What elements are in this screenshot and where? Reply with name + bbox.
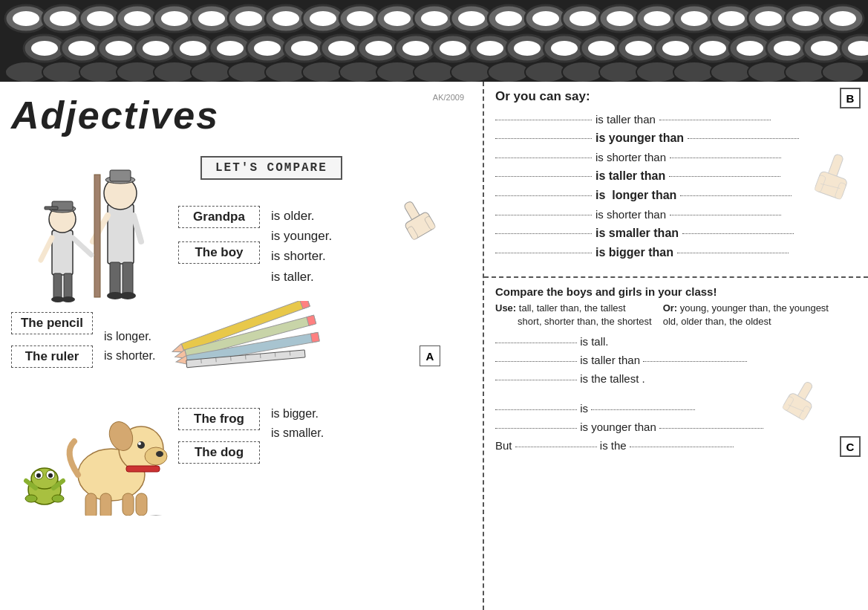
dog-label: The dog	[178, 441, 260, 464]
svg-rect-116	[108, 204, 134, 264]
svg-point-94	[42, 62, 84, 82]
svg-point-93	[5, 62, 47, 82]
svg-point-44	[755, 11, 782, 26]
dots-prefix-8	[495, 252, 592, 253]
svg-point-45	[792, 11, 819, 26]
adj-item-2: is younger.	[271, 226, 332, 246]
svg-point-101	[302, 62, 344, 82]
svg-point-102	[339, 62, 381, 82]
frog-label: The frog	[178, 408, 260, 430]
or-items-2: old, older than, the oldest	[663, 316, 771, 327]
svg-point-32	[310, 11, 336, 26]
svg-point-46	[829, 11, 856, 26]
keyword-1: is taller than	[595, 113, 656, 126]
dots-is-2b	[659, 427, 763, 429]
svg-point-113	[748, 62, 789, 82]
animal-adj-2: is smaller.	[271, 424, 324, 443]
adjective-list: is older. is younger. is shorter. is tal…	[271, 206, 332, 287]
keyword-5: is longer than	[595, 189, 676, 202]
svg-point-173	[138, 442, 141, 445]
subjects-boxes: Grandpa The boy	[178, 206, 260, 264]
compare-line-2: is younger than	[495, 132, 857, 145]
svg-rect-179	[136, 493, 147, 516]
dots-prefix-4	[495, 175, 592, 177]
svg-rect-133	[64, 273, 72, 299]
dots-is-2	[495, 427, 577, 429]
svg-point-165	[25, 495, 37, 502]
dots-is-1b	[591, 409, 695, 410]
svg-point-42	[681, 11, 708, 26]
svg-point-85	[588, 41, 615, 56]
hand-svg-c	[779, 378, 827, 426]
pencil-adj-1: is longer.	[104, 327, 155, 346]
svg-rect-150	[311, 332, 320, 343]
svg-point-29	[198, 11, 225, 26]
watermark: AK/2009	[433, 93, 464, 102]
grandpa-boy-illustration	[11, 145, 167, 308]
or-line-2: old, older than, the oldest	[663, 316, 829, 327]
svg-point-106	[488, 62, 529, 82]
svg-point-98	[191, 62, 232, 82]
svg-point-39	[570, 11, 596, 26]
svg-point-37	[495, 11, 522, 26]
main-content: AK/2009 Adjectives	[0, 82, 868, 610]
section-b: B Or you can say: is taller than is youn…	[484, 82, 868, 278]
tall-text-3: is the tallest .	[580, 372, 645, 385]
svg-point-109	[599, 62, 641, 82]
or-line-1: Or: young, younger than, the youngest	[663, 302, 829, 314]
left-panel: AK/2009 Adjectives	[0, 82, 483, 610]
svg-point-95	[79, 62, 121, 82]
svg-rect-177	[100, 493, 111, 516]
dots-is-1	[495, 409, 577, 410]
svg-point-79	[365, 41, 392, 56]
compare-line-8: is bigger than	[495, 246, 857, 259]
animal-compare-boxes: The frog The dog	[178, 408, 260, 464]
title-area: Adjectives	[11, 93, 471, 137]
svg-point-84	[551, 41, 578, 56]
svg-point-103	[376, 62, 418, 82]
svg-point-163	[36, 473, 41, 478]
svg-point-31	[273, 11, 299, 26]
svg-point-72	[105, 41, 132, 56]
main-title: Adjectives	[11, 93, 219, 137]
section-b-title: Or you can say:	[495, 89, 857, 104]
svg-point-33	[347, 11, 373, 26]
svg-point-40	[607, 11, 633, 26]
is-text-1: is	[580, 402, 591, 415]
use-or-row: Use: tall, taller than, the tallest shor…	[495, 302, 857, 329]
adj-item-3: is shorter.	[271, 246, 332, 266]
dots-suffix-2	[688, 137, 799, 139]
svg-point-172	[137, 441, 145, 449]
pencil-adjectives: is longer. is shorter.	[104, 327, 155, 365]
keyword-8: is bigger than	[595, 246, 673, 259]
svg-point-74	[180, 41, 206, 56]
svg-point-104	[414, 62, 455, 82]
dots-prefix-3	[495, 157, 592, 158]
svg-rect-121	[123, 262, 133, 296]
tall-line-2: is taller than	[495, 354, 857, 366]
svg-point-88	[699, 41, 726, 56]
figures-svg	[11, 145, 167, 308]
svg-point-43	[718, 11, 745, 26]
svg-point-99	[228, 62, 270, 82]
b-label: B	[840, 88, 861, 108]
use-label: Use:	[495, 302, 516, 314]
boy-label: The boy	[178, 241, 260, 264]
pencil-illustration	[170, 301, 333, 386]
pencil-label: The pencil	[11, 312, 93, 334]
svg-point-70	[31, 41, 58, 56]
but-line: But is the	[495, 439, 857, 452]
svg-point-135	[62, 296, 75, 302]
svg-point-36	[458, 11, 485, 26]
or-col: Or: young, younger than, the youngest ol…	[663, 302, 829, 329]
svg-point-114	[785, 62, 826, 82]
svg-point-30	[235, 11, 262, 26]
pointing-hand-icon	[390, 197, 442, 241]
svg-point-76	[254, 41, 281, 56]
dots-prefix-2	[495, 137, 592, 139]
svg-line-125	[134, 215, 141, 241]
but-is-text: is the	[600, 439, 630, 452]
svg-point-75	[217, 41, 244, 56]
use-line-1: Use: tall, taller than, the tallest	[495, 302, 652, 314]
pencil-adj-2: is shorter.	[104, 346, 155, 366]
